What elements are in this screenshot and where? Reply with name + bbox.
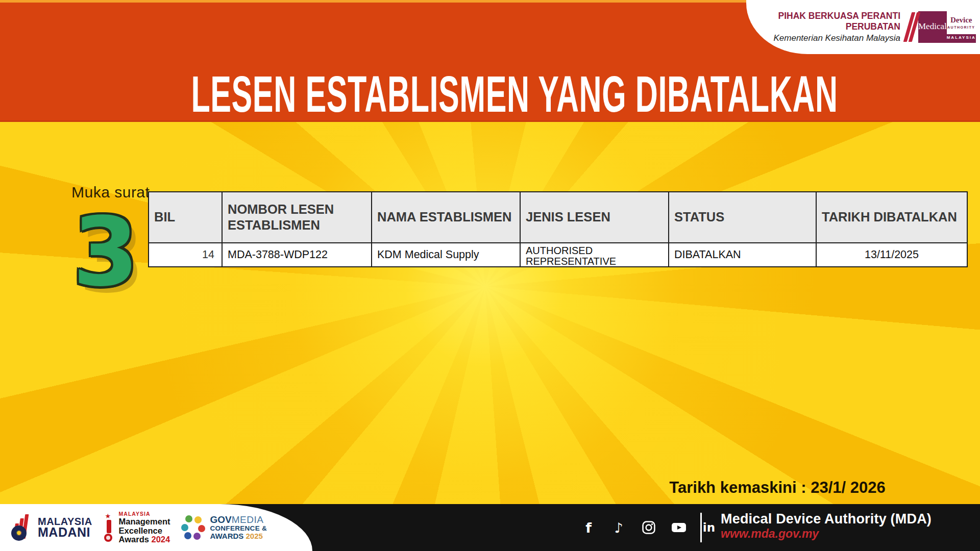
column-header-bil: BIL (149, 192, 222, 243)
govmedia-logo: GOVMEDIA CONFERENCE & AWARDS 2025 (181, 515, 267, 540)
instagram-icon[interactable] (641, 520, 656, 535)
mmea-line2: Excellence (119, 527, 170, 535)
mda-logo-authority: AUTHORITY (947, 26, 976, 29)
madani-line2: MADANI (38, 527, 92, 539)
cell-bil: 14 (149, 243, 222, 267)
mmea-line3: Awards 2024 (119, 535, 170, 544)
mmea-country: MALAYSIA (119, 511, 170, 517)
madani-flag-icon: ✹ (11, 514, 34, 541)
govmedia-year: 2025 (246, 532, 262, 540)
govmedia-conference: CONFERENCE & (210, 525, 267, 532)
govmedia-media: MEDIA (232, 514, 264, 525)
table-header-row: BIL NOMBOR LESEN ESTABLISMEN NAMA ESTABL… (149, 192, 967, 243)
footer-divider (700, 513, 702, 542)
govmedia-gov: GOV (210, 514, 231, 525)
linkedin-icon[interactable]: in (701, 520, 717, 535)
last-updated-label: Tarikh kemaskini : 23/1/ 2026 (668, 479, 887, 497)
mmea-year: 2024 (152, 535, 170, 544)
footer-bar: ✹ MALAYSIA MADANI ★ MALAYSIA Management … (0, 504, 980, 551)
malaysia-madani-logo: ✹ MALAYSIA MADANI (11, 514, 92, 541)
column-header-tarikh: TARIKH DIBATALKAN (816, 192, 967, 243)
column-header-nombor-lesen: NOMBOR LESEN ESTABLISMEN (222, 192, 372, 243)
tiktok-icon[interactable]: ♪ (611, 520, 626, 535)
mda-logo-device: Device (947, 11, 976, 24)
mda-logo-chevrons-icon (908, 11, 916, 43)
mda-logo: Medical Device AUTHORITY MALAYSIA (908, 11, 973, 43)
management-excellence-awards-logo: ★ MALAYSIA Management Excellence Awards … (104, 511, 170, 544)
award-trophy-icon: ★ (104, 513, 115, 542)
website-link[interactable]: www.mda.gov.my (721, 527, 932, 541)
mda-logo-malaysia: MALAYSIA (947, 34, 976, 41)
column-header-nama: NAMA ESTABLISMEN (372, 192, 520, 243)
ministry-name: Kementerian Kesihatan Malaysia (746, 33, 900, 43)
authority-name: PIHAK BERKUASA PERANTI PERUBATAN (746, 11, 900, 33)
authority-badge: PIHAK BERKUASA PERANTI PERUBATAN Kemente… (746, 0, 980, 54)
cell-tarikh: 13/11/2025 (816, 243, 967, 267)
cell-nama: KDM Medical Supply (372, 243, 520, 267)
govmedia-star-icon (181, 515, 206, 540)
footer-logo-panel: ✹ MALAYSIA MADANI ★ MALAYSIA Management … (0, 504, 312, 551)
mda-logo-medical: Medical (918, 11, 947, 41)
social-icons: f ♪ in (581, 520, 717, 535)
column-header-status: STATUS (669, 192, 816, 243)
licence-table: BIL NOMBOR LESEN ESTABLISMEN NAMA ESTABL… (148, 191, 968, 267)
facebook-icon[interactable]: f (581, 520, 596, 535)
govmedia-awards: AWARDS 2025 (210, 532, 267, 540)
mmea-line1: Management (119, 517, 170, 526)
youtube-icon[interactable] (671, 520, 687, 535)
authority-badge-text: PIHAK BERKUASA PERANTI PERUBATAN Kemente… (746, 11, 900, 44)
cell-nombor-lesen: MDA-3788-WDP122 (222, 243, 372, 267)
cell-jenis: AUTHORISED REPRESENTATIVE (520, 243, 669, 267)
page-title: LESEN ESTABLISMEN YANG DIBATALKAN (191, 68, 789, 119)
column-header-jenis: JENIS LESEN (520, 192, 669, 243)
page-number: 3 (57, 202, 154, 302)
table-row: 14 MDA-3788-WDP122 KDM Medical Supply AU… (149, 243, 967, 267)
organization-name: Medical Device Authority (MDA) (721, 511, 932, 527)
cell-status: DIBATALKAN (669, 243, 816, 267)
